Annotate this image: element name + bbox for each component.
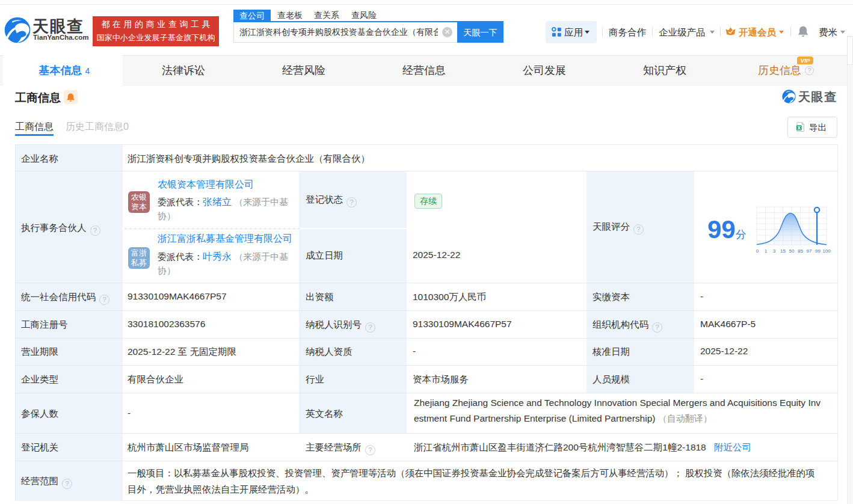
svg-text:1: 1 [765,248,768,254]
svg-text:97: 97 [807,248,812,254]
svg-text:99: 99 [815,248,821,254]
svg-text:85: 85 [798,248,803,254]
svg-text:3: 3 [773,248,776,254]
svg-text:50: 50 [789,248,795,254]
svg-text:0: 0 [756,248,759,254]
svg-text:100: 100 [822,248,831,254]
svg-text:15: 15 [780,248,786,254]
